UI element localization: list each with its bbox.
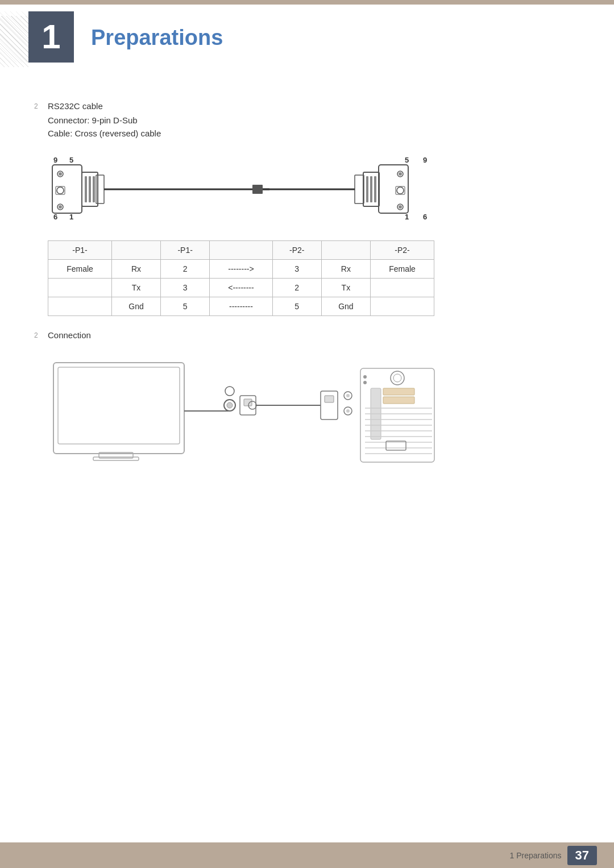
svg-point-5 (59, 172, 62, 176)
col-p1-left: -P1- (48, 241, 112, 260)
col-empty1 (111, 241, 160, 260)
left-num-1: 1 (69, 213, 73, 221)
col-empty3 (321, 241, 370, 260)
col-empty2 (210, 241, 272, 260)
right-num-6: 6 (423, 213, 427, 221)
svg-rect-15 (366, 176, 368, 202)
svg-point-44 (346, 409, 350, 413)
connection-section-label: 2 Connection (34, 330, 580, 340)
svg-rect-40 (325, 396, 334, 402)
cell-2-left: 2 (161, 260, 210, 279)
cell-3-right: 3 (272, 260, 321, 279)
svg-rect-13 (252, 185, 263, 194)
chapter-number: 1 (42, 20, 60, 54)
cell-empty-left (48, 279, 112, 297)
connection-title: Connection (48, 330, 91, 340)
svg-rect-35 (244, 399, 252, 406)
cable-table: -P1- -P1- -P2- -P2- Female Rx 2 --------… (48, 240, 434, 316)
connector-text: Connector: 9-pin D-Sub (48, 115, 580, 125)
svg-point-46 (391, 371, 404, 385)
header-section: 1 Preparations (0, 0, 614, 84)
cell-rx-left: Rx (111, 260, 160, 279)
rs232c-section-label: 2 RS232C cable (34, 101, 580, 111)
svg-rect-17 (374, 176, 376, 202)
cell-5-left: 5 (161, 297, 210, 316)
table-row-1: Female Rx 2 --------> 3 Rx Female (48, 260, 434, 279)
footer: 1 Preparations 37 (0, 842, 614, 868)
page-title: Preparations (85, 11, 223, 50)
svg-point-49 (363, 381, 367, 384)
footer-text: 1 Preparations (509, 851, 561, 860)
cell-arrow-right: --------> (210, 260, 272, 279)
cell-gnd-left: Gnd (111, 297, 160, 316)
right-num-9: 9 (423, 156, 427, 164)
cell-empty2-right (370, 297, 434, 316)
cell-tx-left: Tx (111, 279, 160, 297)
table-header-row: -P1- -P1- -P2- -P2- (48, 241, 434, 260)
svg-point-25 (399, 172, 402, 176)
cell-arrow-left: <-------- (210, 279, 272, 297)
svg-rect-18 (355, 175, 364, 203)
right-num-1: 1 (405, 213, 409, 221)
col-p2-right: -P2- (370, 241, 434, 260)
svg-rect-60 (383, 388, 414, 395)
cell-2-right: 2 (272, 279, 321, 297)
cable-text: Cable: Cross (reversed) cable (48, 128, 580, 138)
svg-point-47 (393, 374, 401, 382)
svg-point-26 (399, 205, 402, 209)
left-num-6: 6 (53, 213, 57, 221)
table-row-3: Gnd 5 --------- 5 Gnd (48, 297, 434, 316)
svg-point-48 (363, 375, 367, 379)
content-area: 2 RS232C cable Connector: 9-pin D-Sub Ca… (0, 84, 614, 510)
cell-3-left: 3 (161, 279, 210, 297)
rs232c-title: RS232C cable (48, 101, 103, 111)
left-num-5: 5 (69, 156, 73, 164)
section-number-1: 2 (34, 101, 41, 110)
svg-rect-28 (58, 367, 180, 444)
svg-rect-10 (93, 176, 95, 202)
left-num-9: 9 (53, 156, 57, 164)
connection-svg (48, 351, 446, 465)
cable-diagram-svg: 9 5 6 1 5 9 1 6 (48, 152, 491, 226)
footer-page-number: 37 (567, 846, 597, 865)
cell-empty-right (370, 279, 434, 297)
svg-point-33 (225, 387, 234, 396)
svg-point-2 (57, 187, 64, 194)
connection-diagram (48, 351, 446, 465)
svg-point-32 (227, 402, 233, 408)
chapter-number-block: 1 (28, 11, 74, 63)
svg-rect-8 (85, 176, 87, 202)
cell-empty2-left (48, 297, 112, 316)
table-row-2: Tx 3 <-------- 2 Tx (48, 279, 434, 297)
svg-point-42 (346, 394, 350, 397)
svg-point-6 (59, 205, 62, 209)
section-number-2: 2 (34, 330, 41, 339)
svg-rect-9 (89, 176, 91, 202)
svg-rect-30 (93, 457, 139, 460)
svg-rect-16 (370, 176, 372, 202)
cell-female-right: Female (370, 260, 434, 279)
svg-rect-61 (383, 397, 414, 404)
col-p1-right: -P1- (161, 241, 210, 260)
cell-rx-right: Rx (321, 260, 370, 279)
cell-5-right: 5 (272, 297, 321, 316)
svg-rect-27 (53, 363, 184, 454)
cell-gnd-right: Gnd (321, 297, 370, 316)
cell-tx-right: Tx (321, 279, 370, 297)
cable-diagram: 9 5 6 1 5 9 1 6 (48, 152, 491, 226)
right-num-5: 5 (405, 156, 409, 164)
svg-point-22 (397, 187, 404, 194)
col-p2-left: -P2- (272, 241, 321, 260)
cell-female-left: Female (48, 260, 112, 279)
cell-dashes: --------- (210, 297, 272, 316)
